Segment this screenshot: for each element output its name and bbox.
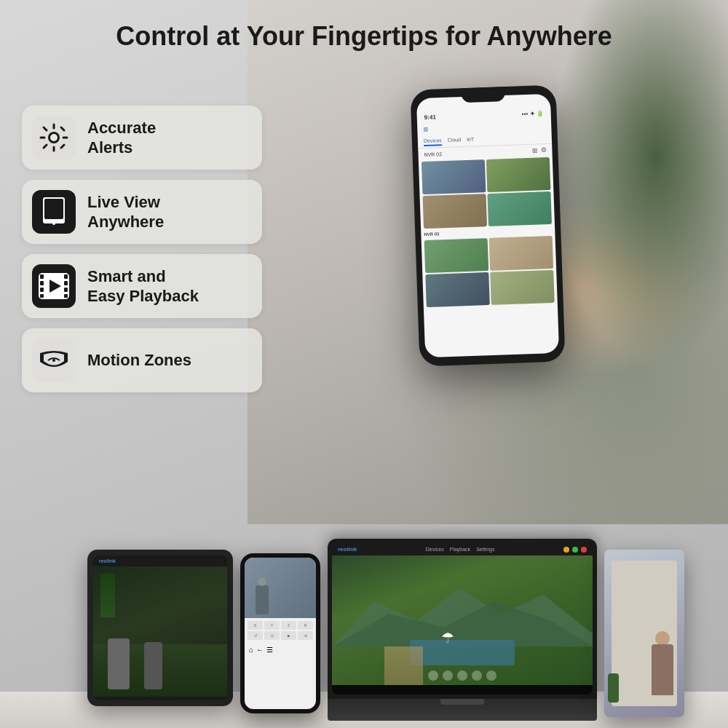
feature-live-view: Live ViewAnywhere [22,180,262,244]
laptop-nav-playback[interactable]: Playback [450,547,470,552]
tablet-brand: reolink [99,558,116,563]
laptop-screen: reolink Devices Playback Settings [332,543,593,695]
svg-line-6 [61,127,64,130]
motion-zones-label: Motion Zones [87,350,191,371]
tab-devices[interactable]: Devices [424,138,442,146]
tablet-figure-1 [108,638,130,689]
small-back-icon[interactable]: ← [256,646,264,654]
svg-rect-16 [40,288,44,292]
door-person-body [652,644,673,695]
grid-icon: ⊞ [531,147,537,154]
ctrl-btn-8[interactable]: ⊕ [298,631,313,640]
tab-iot[interactable]: IoT [467,137,475,145]
smart-playback-label: Smart andEasy Playback [87,266,199,306]
svg-rect-21 [64,294,68,298]
phone-camera-grid-1 [419,156,555,230]
camera-cell-4 [487,191,552,226]
live-view-label: Live ViewAnywhere [87,192,164,232]
minimize-btn[interactable] [563,547,569,553]
ctrl-btn-6[interactable]: ⊡ [264,631,280,640]
phone-mockup-main: 9:41 ▪▪▪ ✦ 🔋 ≡ Devices Cloud IoT NVR 02 … [410,85,565,367]
svg-line-8 [61,145,64,148]
door-camera-view [604,550,684,717]
svg-rect-20 [64,288,68,292]
phone-signal: ▪▪▪ ✦ 🔋 [522,110,544,117]
camera-cell-6 [489,236,554,271]
laptop-ctrl-3[interactable] [457,670,467,681]
ctrl-btn-1[interactable]: S [248,621,263,630]
laptop-brand: reolink [338,546,357,553]
laptop-nav-settings[interactable]: Settings [476,547,494,552]
alert-icon [38,122,70,154]
feature-accurate-alerts: AccurateAlerts [22,106,262,170]
small-phone-figure [256,585,269,614]
phone-camera-grid-2 [422,234,558,309]
phone-small-bottom-nav: ⌂ ← ☰ [245,643,316,657]
ctrl-btn-3[interactable]: Z [281,621,296,630]
page-title: Control at Your Fingertips for Anywhere [0,20,728,52]
tablet-icon [40,197,68,227]
svg-rect-15 [40,281,44,285]
settings-icon: ⚙ [540,146,546,154]
laptop-camera-notch [440,699,484,705]
laptop-app-bar: reolink Devices Playback Settings [332,543,593,555]
tablet-tree [100,574,115,617]
tablet-header: reolink [93,555,227,566]
motion-icon-box [32,339,76,382]
small-menu-icon[interactable]: ☰ [266,646,273,654]
laptop-window-controls [563,547,587,553]
phone-notch [461,87,505,103]
alert-icon-box [32,116,76,159]
ctrl-btn-5[interactable]: ↺ [248,631,263,640]
laptop-ctrl-1[interactable] [428,670,438,681]
door-person-head [655,631,670,646]
laptop-ctrl-4[interactable] [472,670,482,681]
svg-line-7 [44,145,47,148]
laptop-nav-home[interactable]: Devices [426,547,444,552]
laptop-umbrella-icon: ☂ [441,629,454,646]
tablet-content [93,566,227,697]
camera-cell-5 [424,238,489,273]
tablet-icon-box [32,190,76,234]
svg-rect-18 [64,274,68,279]
phone-time: 9:41 [424,114,436,121]
svg-point-1 [50,134,58,141]
ctrl-btn-4[interactable]: R [298,621,313,630]
feature-smart-playback: Smart andEasy Playback [22,254,262,318]
phone-small-controls: S T Z R ↺ ⊡ ▶ ⊕ [245,618,316,643]
phone-screen: 9:41 ▪▪▪ ✦ 🔋 ≡ Devices Cloud IoT NVR 02 … [416,94,559,357]
phone-toolbar-icons: ⊞ ⚙ [531,146,546,154]
tablet-figure-2 [144,642,162,689]
ctrl-btn-7[interactable]: ▶ [281,631,296,640]
play-icon [38,272,70,300]
phone-nvr-label: NVR 02 [424,151,442,157]
phone-small-screen: S T Z R ↺ ⊡ ▶ ⊕ ⌂ ← ☰ [245,558,316,709]
camera-cell-3 [423,194,488,229]
laptop-nav: Devices Playback Settings [426,547,495,552]
accurate-alerts-label: AccurateAlerts [87,118,156,158]
laptop-mountains-svg [332,582,593,646]
devices-area: reolink S T Z R ↺ [0,517,728,728]
phone-small-camera-view [245,558,316,618]
laptop-main-view: ☂ [332,555,593,685]
laptop-ctrl-2[interactable] [443,670,453,681]
svg-point-12 [52,222,55,225]
svg-point-23 [52,359,55,362]
play-icon-box [32,264,76,308]
laptop-base [328,699,597,721]
motion-icon [37,347,71,373]
svg-line-5 [44,127,47,130]
close-btn[interactable] [581,547,587,553]
phone-small-mockup: S T Z R ↺ ⊡ ▶ ⊕ ⌂ ← ☰ [240,553,320,713]
maximize-btn[interactable] [572,547,578,553]
laptop-playback-controls [332,670,593,681]
camera-cell-1 [422,159,486,194]
tab-cloud[interactable]: Cloud [448,137,462,146]
laptop-ctrl-5[interactable] [486,670,496,681]
tablet-screen: reolink [93,555,227,700]
small-home-icon[interactable]: ⌂ [249,646,253,654]
ctrl-btn-2[interactable]: T [264,621,280,630]
laptop-pool [410,640,514,666]
door-plant [608,673,619,703]
svg-rect-19 [64,281,68,285]
